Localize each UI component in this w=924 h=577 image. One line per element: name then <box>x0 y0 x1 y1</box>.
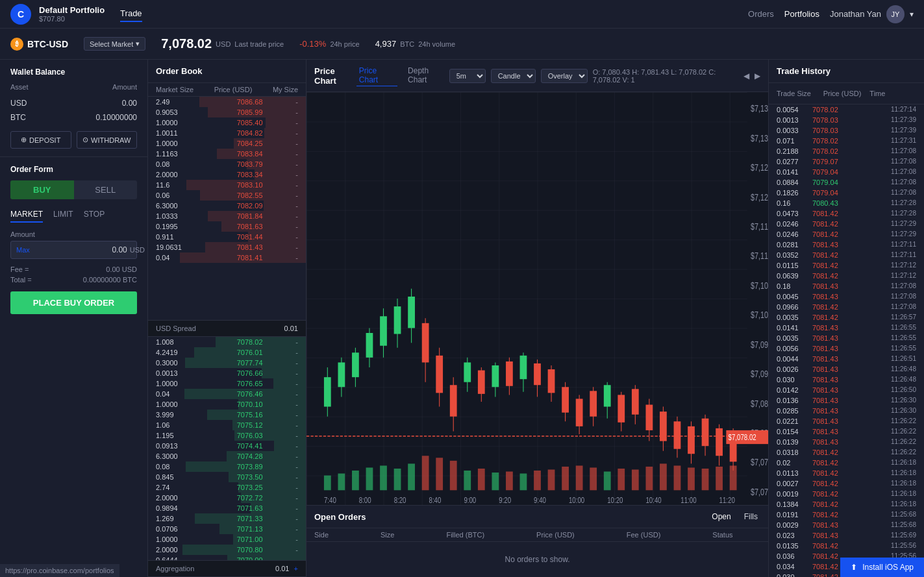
svg-rect-95 <box>548 469 555 490</box>
th-row: 0.0141 7079.04 11:27:08 <box>769 167 924 177</box>
svg-text:8:00: 8:00 <box>359 495 371 505</box>
th-row: 0.030 7081.43 11:26:48 <box>769 374 924 385</box>
avatar[interactable]: JY <box>886 5 905 23</box>
ob-buy-row: 0.9894 7071.63 - <box>148 503 306 513</box>
fee-value: 0.00 USD <box>106 265 137 273</box>
svg-rect-86 <box>422 456 429 490</box>
svg-rect-104 <box>674 465 681 490</box>
select-market-button[interactable]: Select Market ▾ <box>84 37 145 51</box>
last-trade-currency: USD <box>216 40 231 48</box>
nav-orders[interactable]: Orders <box>748 9 774 19</box>
tab-price-chart[interactable]: Price Chart <box>356 65 397 86</box>
order-book-panel: Order Book Market Size Price (USD) My Si… <box>148 60 306 577</box>
url-bar: https://pro.coinbase.com/portfolios <box>0 564 119 577</box>
logo-icon: C <box>10 4 31 25</box>
portfolio-value: $707.80 <box>39 15 105 23</box>
place-order-button[interactable]: PLACE BUY ORDER <box>10 291 137 314</box>
svg-rect-103 <box>660 463 667 490</box>
ob-sell-row: 0.1995 7081.63 - <box>148 221 306 232</box>
install-banner[interactable]: ⬆ Install iOS App <box>840 558 924 577</box>
th-row: 0.0221 7081.43 11:26:22 <box>769 416 924 426</box>
chart-nav-right[interactable]: ▶ <box>755 71 760 80</box>
sell-tab[interactable]: SELL <box>74 180 138 199</box>
ob-sell-row: 0.04 7081.41 - <box>148 252 306 263</box>
svg-text:9:40: 9:40 <box>534 495 546 505</box>
ob-buy-row: 0.04 7076.46 - <box>148 389 306 399</box>
amount-input[interactable] <box>30 245 127 254</box>
ob-buy-row: 1.0000 7070.10 - <box>148 399 306 410</box>
svg-text:$7,130: $7,130 <box>751 132 768 143</box>
deposit-button[interactable]: ⊕DEPOSIT <box>10 131 71 149</box>
order-type-stop[interactable]: STOP <box>84 207 105 223</box>
aggregation-label: Aggregation <box>156 565 194 572</box>
agg-icon[interactable]: + <box>294 565 298 572</box>
ob-price-header: Price (USD) <box>214 86 253 93</box>
max-link[interactable]: Max <box>16 246 30 254</box>
svg-rect-49 <box>548 369 555 393</box>
oo-col-fee: Fee (USD) <box>627 531 661 539</box>
ob-buy-row: 2.0000 7070.80 - <box>148 545 306 555</box>
ob-sell-row: 0.9053 7085.99 - <box>148 107 306 117</box>
svg-text:$7,135: $7,135 <box>751 103 768 114</box>
ob-buy-row: 0.0013 7076.66 - <box>148 368 306 378</box>
price-chart-svg: $7,135 $7,130 $7,125 $7,120 $7,115 $7,11… <box>306 92 768 505</box>
order-type-market[interactable]: MARKET <box>10 207 43 223</box>
spread-label: USD Spread <box>156 325 196 332</box>
th-row: 0.0141 7081.43 11:26:55 <box>769 323 924 333</box>
svg-rect-41 <box>492 365 499 387</box>
user-name: Jonathan Yan <box>830 9 881 19</box>
last-trade-label: Last trade price <box>234 40 284 48</box>
nav-link-trade[interactable]: Trade <box>120 6 142 22</box>
fee-label: Fee = <box>10 265 29 273</box>
svg-rect-31 <box>422 323 429 363</box>
svg-text:$7,090: $7,090 <box>751 368 768 379</box>
nav-right: Orders Portfolios Jonathan Yan JY ▾ <box>748 5 914 23</box>
svg-rect-98 <box>590 467 597 490</box>
th-row: 0.0473 7081.42 11:27:28 <box>769 208 924 219</box>
price-change-stat: -0.13% 24h price <box>299 39 359 49</box>
svg-rect-82 <box>366 467 373 490</box>
oo-tab-open[interactable]: Open <box>709 511 733 522</box>
interval-select[interactable]: 5m1m15m1h <box>449 69 486 83</box>
order-type-limit[interactable]: LIMIT <box>53 207 73 223</box>
btc-badge: ₿ BTC-USD <box>10 38 68 51</box>
ob-sell-row: 1.0000 7084.25 - <box>148 138 306 149</box>
th-row: 0.0019 7081.42 11:26:18 <box>769 489 924 499</box>
th-row: 0.0033 7078.03 11:27:39 <box>769 125 924 136</box>
svg-rect-61 <box>632 389 639 414</box>
portfolio-selector[interactable]: Default Portfolio $707.80 <box>39 5 105 23</box>
oo-tab-fills[interactable]: Fills <box>742 511 760 522</box>
svg-rect-33 <box>436 356 443 393</box>
withdraw-button[interactable]: ⊙WITHDRAW <box>77 131 138 149</box>
nav-portfolios[interactable]: Portfolios <box>784 9 819 19</box>
order-form-section: Order Form BUY SELL MARKET LIMIT STOP Am… <box>0 157 147 577</box>
oo-col-filled: Filled (BTC) <box>446 531 484 539</box>
th-row: 0.071 7078.02 11:27:31 <box>769 136 924 146</box>
ob-sell-row: 1.0011 7084.82 - <box>148 128 306 138</box>
svg-text:$7,105: $7,105 <box>751 280 768 291</box>
svg-text:8:20: 8:20 <box>394 495 406 505</box>
dropdown-icon[interactable]: ▾ <box>910 10 914 19</box>
buy-tab[interactable]: BUY <box>10 180 74 199</box>
overlay-select[interactable]: Overlay <box>541 69 588 83</box>
svg-text:8:40: 8:40 <box>429 495 442 505</box>
last-trade-stat: 7,078.02 USD Last trade price <box>161 36 284 51</box>
svg-text:$7,120: $7,120 <box>751 191 768 203</box>
svg-rect-19 <box>338 362 345 387</box>
svg-text:$7,070: $7,070 <box>751 486 768 497</box>
install-icon: ⬆ <box>851 563 857 572</box>
svg-text:10:00: 10:00 <box>569 495 585 505</box>
chart-ohlc: O: 7,080.43 H: 7,081.43 L: 7,078.02 C: 7… <box>593 68 738 84</box>
chart-nav-left[interactable]: ◀ <box>743 71 749 80</box>
th-row: 0.16 7080.43 11:27:28 <box>769 198 924 208</box>
svg-text:$7,078.02: $7,078.02 <box>729 432 756 442</box>
aggregation-value: 0.01 + <box>275 565 298 572</box>
ob-buy-row: 0.0913 7074.41 - <box>148 441 306 451</box>
th-row: 0.0884 7079.04 11:27:08 <box>769 177 924 188</box>
oo-col-size: Size <box>381 531 394 539</box>
tab-depth-chart[interactable]: Depth Chart <box>405 65 449 86</box>
price-change: -0.13% <box>299 39 326 49</box>
chart-type-select[interactable]: CandleLine <box>491 69 536 83</box>
svg-rect-80 <box>338 474 345 491</box>
ob-buy-row: 1.008 7078.02 - <box>148 337 306 347</box>
